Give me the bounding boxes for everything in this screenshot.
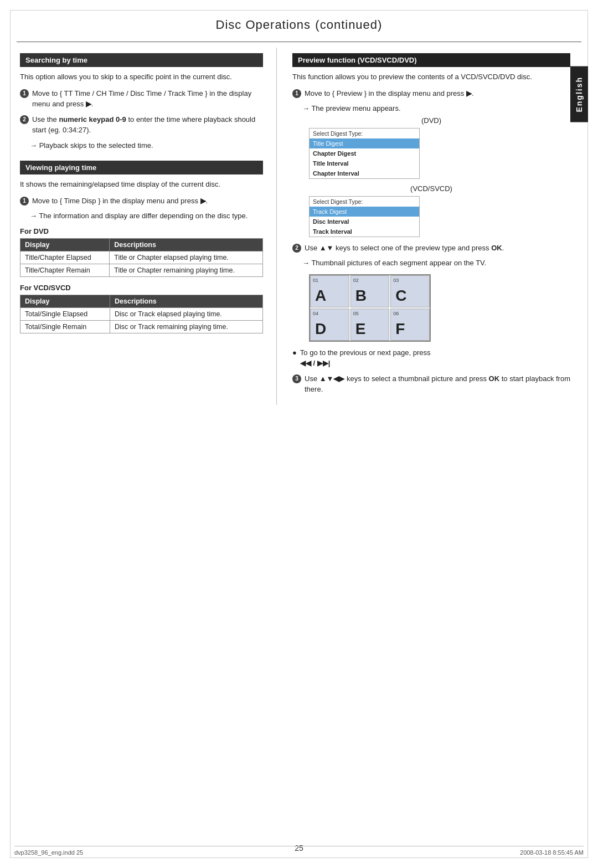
thumbnail-cell: 06 F — [390, 309, 430, 341]
thumb-label: D — [315, 320, 326, 338]
thumb-label: E — [355, 320, 366, 338]
thumb-num: 04 — [313, 311, 318, 316]
thumbnail-cell: 03 C — [390, 275, 430, 307]
side-tab-english: English — [570, 66, 588, 122]
thumbnail-cell: 01 A — [310, 275, 349, 307]
thumb-label: B — [355, 287, 367, 305]
thumbnail-cell: 04 D — [310, 309, 349, 341]
thumb-num: 01 — [313, 278, 318, 283]
thumb-num: 02 — [353, 278, 359, 283]
thumb-num: 05 — [353, 311, 359, 316]
thumbnail-cell: 05 E — [350, 309, 390, 341]
page-border — [10, 10, 588, 858]
thumb-label: A — [315, 287, 326, 305]
thumb-num: 06 — [393, 311, 399, 316]
footer-left: dvp3258_96_eng.indd 25 — [14, 849, 83, 856]
thumb-label: C — [395, 287, 406, 305]
footer-right: 2008-03-18 8:55:45 AM — [520, 849, 584, 856]
thumbnail-cell: 02 B — [350, 275, 390, 307]
thumb-label: F — [395, 320, 405, 338]
page-footer: dvp3258_96_eng.indd 25 2008-03-18 8:55:4… — [14, 846, 584, 856]
thumb-num: 03 — [393, 278, 399, 283]
